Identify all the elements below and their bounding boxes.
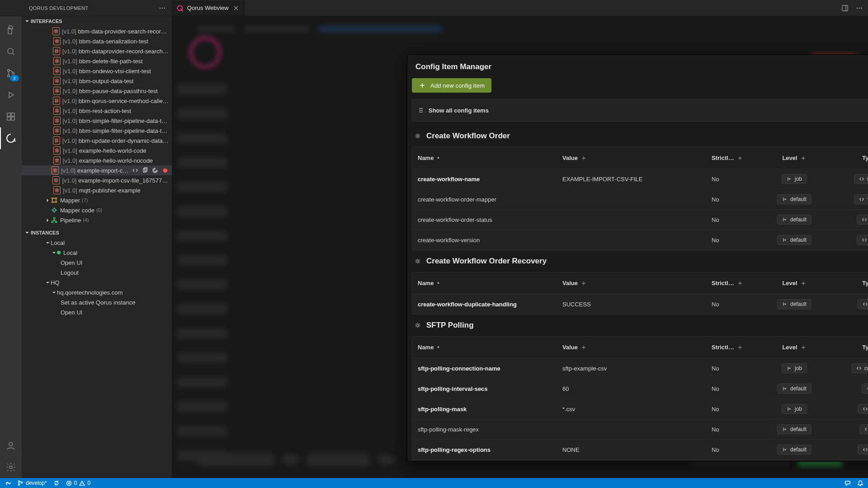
interface-version: [v1.0]: [63, 68, 77, 75]
col-strictly[interactable]: Strictl…: [706, 151, 756, 165]
activity-explorer[interactable]: [0, 19, 22, 41]
svg-point-12: [12, 72, 14, 75]
code-action-icon[interactable]: [131, 166, 139, 174]
tree-group-mapper-code[interactable]: Mapper code (0): [22, 205, 172, 215]
editor-tab-qorus-webview[interactable]: Qorus Webview: [172, 0, 245, 16]
config-row[interactable]: create-workflow-versionNodefault*string: [412, 230, 868, 250]
config-row[interactable]: create-workflow-order-mapperNodefault*ma…: [412, 189, 868, 209]
interface-name: bbm-output-data-test: [79, 78, 134, 84]
config-row[interactable]: sftp-polling-mask*.csvNojobstring: [412, 399, 868, 419]
instance-group-hq[interactable]: HQ: [22, 277, 172, 287]
instance-hq-set-active[interactable]: Set as active Qorus instance: [22, 297, 172, 307]
interface-item[interactable]: [v1.0]bbm-data-serialization-test: [22, 36, 172, 46]
interface-item[interactable]: [v1.0]mqtt-publisher-example: [22, 185, 172, 195]
activity-scm[interactable]: 2: [0, 62, 22, 84]
config-row[interactable]: sftp-polling-connection-namesftp-example…: [412, 358, 868, 378]
interface-item[interactable]: [v1.0]bbm-update-order-dynamic-data-…: [22, 136, 172, 145]
interface-item[interactable]: [v1.0]bbm-ondewo-vtsi-client-test: [22, 66, 172, 76]
config-row[interactable]: sftp-polling-interval-secs60Nodefaultint: [412, 378, 868, 399]
config-row[interactable]: create-workflow-duplicate-handlingSUCCES…: [412, 294, 868, 314]
status-bell[interactable]: [857, 480, 863, 486]
status-branch[interactable]: develop*: [17, 480, 47, 486]
status-sync[interactable]: [53, 480, 60, 486]
col-level[interactable]: Level: [756, 276, 833, 290]
editor-layout-icon[interactable]: [840, 3, 850, 13]
show-all-label[interactable]: Show all config items: [429, 107, 489, 114]
interface-item[interactable]: [v1.0]bbm-simple-filter-pipeline-data-te…: [22, 116, 172, 126]
tree-group-mapper[interactable]: Mapper (7): [22, 195, 172, 205]
col-name[interactable]: Name: [412, 276, 557, 290]
interface-item[interactable]: [v1.0]bbm-simple-filter-pipeline-data-t…: [22, 126, 172, 136]
instance-local-logout[interactable]: Logout: [22, 267, 172, 277]
tree-group-pipeline-label: Pipeline: [60, 217, 81, 224]
sidebar-more-icon[interactable]: [157, 3, 167, 13]
section-instances[interactable]: INSTANCES: [22, 228, 172, 238]
col-type[interactable]: Type: [833, 340, 868, 354]
level-chip: default: [777, 445, 811, 455]
activity-settings[interactable]: [0, 456, 22, 478]
config-table: NameValueStrictl…LevelTypeActionscreate-…: [412, 147, 868, 250]
status-errors: 0: [74, 480, 77, 486]
svg-point-10: [8, 70, 10, 72]
delete-action-icon[interactable]: [161, 166, 169, 174]
instance-local-label: Local: [63, 249, 77, 256]
deploy-action-icon[interactable]: [151, 166, 159, 174]
section-interfaces[interactable]: INTERFACES: [22, 16, 172, 26]
tree-group-pipeline[interactable]: Pipeline (4): [22, 215, 172, 225]
col-strictly[interactable]: Strictl…: [706, 276, 756, 290]
status-feedback[interactable]: [844, 480, 851, 486]
interface-item[interactable]: [v1.0]bbm-dataprovider-record-search-…: [22, 46, 172, 56]
activity-qorus[interactable]: [0, 127, 22, 149]
interface-item[interactable]: [v1.0]example-hello-world-code: [22, 145, 172, 155]
activity-debug[interactable]: [0, 84, 22, 106]
interface-item[interactable]: [v1.0]example-import-csv…: [22, 165, 172, 175]
config-row-strictly: No: [712, 176, 719, 183]
interface-item[interactable]: [v1.0]bbm-qorus-service-method-caller…: [22, 96, 172, 106]
instance-local[interactable]: Local: [22, 248, 172, 258]
interface-icon: [53, 37, 61, 45]
instance-hq-open-ui[interactable]: Open UI: [22, 307, 172, 317]
interface-item[interactable]: [v1.0]example-import-csv-file_1675773…: [22, 175, 172, 185]
interface-item[interactable]: [v1.0]bbm-rest-action-test: [22, 106, 172, 116]
col-name[interactable]: Name: [412, 340, 557, 354]
col-value[interactable]: Value: [557, 340, 706, 354]
col-level[interactable]: Level: [756, 340, 833, 354]
config-section: SFTP PollingNameValueStrictl…LevelTypeAc…: [412, 314, 868, 460]
instance-hq-host[interactable]: hq.qoretechnologies.com: [22, 287, 172, 297]
activity-search[interactable]: [0, 41, 22, 62]
col-type[interactable]: Type: [833, 276, 868, 290]
config-row[interactable]: sftp-polling-mask-regexNodefaultbool: [412, 419, 868, 439]
add-config-item-button[interactable]: Add new config item: [412, 78, 491, 93]
interface-item[interactable]: [v1.0]example-hello-world-nocode: [22, 155, 172, 165]
tab-close-icon[interactable]: [232, 5, 240, 12]
config-row[interactable]: create-workflow-nameEXAMPLE-IMPORT-CSV-F…: [412, 169, 868, 189]
editor-more-icon[interactable]: [854, 3, 864, 13]
activity-extensions[interactable]: [0, 106, 22, 127]
col-strictly[interactable]: Strictl…: [706, 340, 756, 354]
col-level[interactable]: Level: [756, 151, 833, 165]
status-branch-label: develop*: [26, 480, 47, 486]
interface-item[interactable]: [v1.0]bbm-pause-data-passthru-test: [22, 86, 172, 96]
level-chip: default: [777, 299, 811, 309]
status-remote[interactable]: [5, 480, 11, 486]
interface-item[interactable]: [v1.0]bbm-data-provider-search-record-…: [22, 26, 172, 36]
interface-version: [v1.0]: [63, 108, 77, 114]
interface-icon: [53, 117, 61, 125]
chevron-down-icon: [51, 250, 57, 255]
config-row[interactable]: create-workflow-order-statusNodefault*st…: [412, 209, 868, 230]
col-value[interactable]: Value: [557, 276, 706, 290]
interface-item[interactable]: [v1.0]bbm-delete-file-path-test: [22, 56, 172, 66]
copy-action-icon[interactable]: [141, 166, 149, 174]
config-row[interactable]: sftp-polling-regex-optionsNONENodefaults…: [412, 439, 868, 460]
col-value[interactable]: Value: [557, 151, 706, 165]
type-chip: string: [858, 299, 868, 309]
instance-local-open-ui[interactable]: Open UI: [22, 258, 172, 267]
interface-item[interactable]: [v1.0]bbm-output-data-test: [22, 76, 172, 86]
col-type[interactable]: Type: [833, 151, 868, 165]
config-row-name: sftp-polling-mask: [418, 406, 467, 413]
instance-group-local[interactable]: Local: [22, 238, 172, 248]
col-name[interactable]: Name: [412, 151, 557, 165]
status-problems[interactable]: 0 0: [66, 480, 90, 486]
sort-asc-icon: [436, 345, 440, 349]
activity-account[interactable]: [0, 435, 22, 456]
